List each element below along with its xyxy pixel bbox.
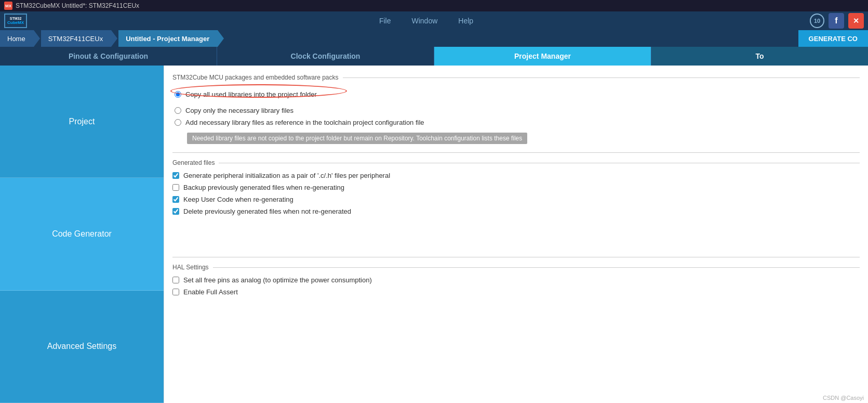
mx-icon: MX — [4, 2, 12, 10]
badge-10: 10 — [810, 14, 824, 28]
watermark: CSDN @Casoyi — [823, 395, 864, 401]
sidebar-item-project[interactable]: Project — [0, 66, 164, 178]
logo-box: STM32 CubeMX — [4, 14, 27, 28]
divider2 — [172, 257, 860, 257]
breadcrumb-project[interactable]: Untitled - Project Manager — [118, 30, 218, 47]
breadcrumb-chip[interactable]: STM32F411CEUx — [41, 30, 111, 47]
facebook-icon[interactable]: f — [829, 13, 844, 29]
check-delete-files[interactable]: Delete previously generated files when n… — [172, 207, 860, 215]
check-enable-full-assert[interactable]: Enable Full Assert — [172, 288, 860, 296]
divider1 — [172, 152, 860, 153]
tab-to[interactable]: To — [651, 47, 868, 66]
logo-stm-text: STM32 — [10, 17, 22, 20]
window-menu[interactable]: Window — [411, 17, 437, 25]
tab-clock[interactable]: Clock Configuration — [217, 47, 434, 66]
logo-area: STM32 CubeMX — [4, 14, 27, 28]
titlebar: MX STM32CubeMX Untitled*: STM32F411CEUx — [0, 0, 868, 11]
check-backup[interactable]: Backup previously generated files when r… — [172, 184, 860, 191]
radio-copy-necessary[interactable]: Copy only the necessary library files — [175, 107, 860, 114]
radio-copy-necessary-input[interactable] — [175, 107, 181, 114]
content-area: STM32Cube MCU packages and embedded soft… — [164, 66, 868, 403]
radio-add-reference-input[interactable] — [175, 119, 181, 126]
breadcrumb-home[interactable]: Home — [0, 30, 34, 47]
check-backup-input[interactable] — [172, 184, 179, 191]
spacer1 — [172, 219, 860, 251]
tab-pinout[interactable]: Pinout & Configuration — [0, 47, 217, 66]
radio-group-libraries: Copy all used libraries into the project… — [175, 86, 860, 146]
check-keep-user-code[interactable]: Keep User Code when re-generating — [172, 196, 860, 203]
sidebar: Project Code Generator Advanced Settings — [0, 66, 164, 403]
sidebar-item-advanced-settings[interactable]: Advanced Settings — [0, 291, 164, 403]
help-menu[interactable]: Help — [458, 17, 473, 25]
check-delete-files-input[interactable] — [172, 208, 179, 215]
close-icon[interactable]: ✕ — [848, 13, 864, 29]
section2-title: Generated files — [172, 159, 860, 166]
app-title: STM32CubeMX Untitled*: STM32F411CEUx — [16, 2, 139, 9]
file-menu[interactable]: File — [379, 17, 391, 25]
tabbar: Pinout & Configuration Clock Configurati… — [0, 47, 868, 66]
section3-title: HAL Settings — [172, 264, 860, 271]
radio1-container: Copy all used libraries into the project… — [175, 86, 317, 102]
sidebar-item-code-generator[interactable]: Code Generator — [0, 178, 164, 290]
radio-add-reference[interactable]: Add necessary library files as reference… — [175, 119, 860, 126]
menubar: STM32 CubeMX File Window Help 10 f ✕ — [0, 11, 868, 30]
check-generate-peripheral[interactable]: Generate peripheral initialization as a … — [172, 172, 860, 179]
tab-project-manager[interactable]: Project Manager — [434, 47, 651, 66]
breadcrumb: Home STM32F411CEUx Untitled - Project Ma… — [0, 30, 868, 47]
radio-copy-all-input[interactable] — [175, 91, 181, 98]
check-free-pins-analog[interactable]: Set all free pins as analog (to optimize… — [172, 276, 860, 284]
checkbox-group-hal: Set all free pins as analog (to optimize… — [172, 276, 860, 296]
check-generate-peripheral-input[interactable] — [172, 172, 179, 179]
check-keep-user-code-input[interactable] — [172, 196, 179, 203]
check-free-pins-analog-input[interactable] — [172, 277, 179, 283]
menu-right: 10 f ✕ — [810, 13, 864, 29]
tooltip-text: Needed library files are not copied to t… — [187, 133, 527, 144]
check-enable-full-assert-input[interactable] — [172, 289, 179, 295]
checkbox-group-generated: Generate peripheral initialization as a … — [172, 172, 860, 215]
main-content: Project Code Generator Advanced Settings… — [0, 66, 868, 403]
radio-copy-all[interactable]: Copy all used libraries into the project… — [175, 90, 317, 98]
generate-code-button[interactable]: GENERATE CO — [798, 30, 868, 47]
section1-title: STM32Cube MCU packages and embedded soft… — [172, 74, 860, 81]
logo-cube-text: CubeMX — [7, 20, 24, 25]
menu-items: File Window Help — [43, 17, 810, 25]
